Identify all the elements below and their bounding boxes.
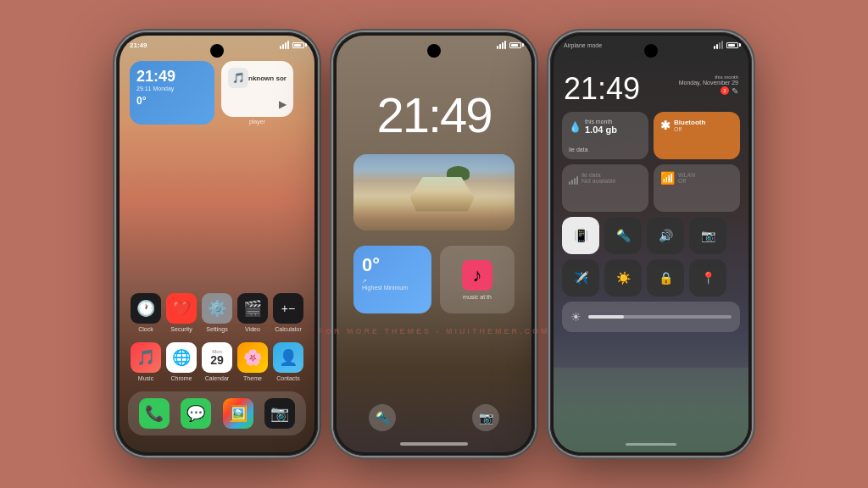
phone1-punchhole [210, 44, 224, 58]
cc-date: this month Monday, November 29 2 ✎ [679, 75, 738, 96]
cc-flashlight-tile[interactable]: 🔦 [604, 217, 642, 254]
phone1-app-row1: 🕐 Clock ❤️ Security ⚙️ Settings 🎬 [128, 293, 306, 332]
phone2-shell: 21:49 Mon, 29 November [333, 32, 535, 456]
dock-phone[interactable]: 📞 [139, 398, 170, 429]
phone2-signal-icon [497, 41, 506, 49]
app-calculator[interactable]: +− Calculator [273, 293, 303, 332]
cc-location-tile[interactable]: 📍 [689, 259, 726, 297]
cc-home-bar[interactable] [626, 443, 676, 446]
cc-wlan-tile[interactable]: 📶 WLAN Off [654, 164, 740, 212]
cc-brightness-row[interactable]: ☀ [562, 302, 740, 332]
lock-widgets-row: 0° ↗ Highest Minimum ♪ music at th [353, 246, 515, 313]
player-play-icon[interactable]: ▶ [279, 98, 287, 110]
app-video-label: Video [245, 326, 260, 332]
dock-photos[interactable]: 🖼️ [223, 398, 253, 429]
player-widget[interactable]: 🎵 nknown sor ▶ [221, 61, 293, 117]
phone2-battery-icon [509, 42, 521, 48]
app-chrome-label: Chrome [171, 375, 192, 381]
phone2-punchhole [427, 44, 441, 58]
phone3-screen: Airplane mode 21:49 [554, 36, 748, 452]
weather-widget[interactable]: 21:49 29.11 Monday 0° [130, 61, 214, 125]
app-contacts-label: Contacts [276, 375, 300, 381]
cc-data-label: ile data [569, 147, 588, 152]
app-clock-label: Clock [138, 326, 153, 332]
cc-data-tile[interactable]: 💧 this month 1.04 gb ile data [562, 112, 648, 159]
phone1-status-time: 21:49 [130, 42, 147, 49]
cc-row4: ✈️ ☀️ 🔒 📍 [562, 259, 740, 297]
phone3-shell: Airplane mode 21:49 [550, 32, 752, 456]
weather-date: 29.11 Monday [136, 86, 208, 92]
cc-signal-tile-icon [569, 171, 578, 185]
lock-weather-temp: 0° [362, 254, 423, 276]
signal-bars-icon [280, 41, 289, 49]
cc-airplane-tile[interactable]: ✈️ [562, 259, 599, 297]
phone3-status-icons [714, 41, 738, 49]
app-clock[interactable]: 🕐 Clock [131, 293, 161, 332]
lock-music-text: music at th [463, 294, 492, 300]
phone3-signal-icon [714, 41, 723, 49]
dock-messages[interactable]: 💬 [181, 398, 211, 429]
phone2-bg: 21:49 Mon, 29 November [337, 36, 531, 452]
lock-weather-widget[interactable]: 0° ↗ Highest Minimum [353, 246, 431, 313]
app-chrome[interactable]: 🌐 Chrome [166, 342, 197, 381]
watermark: FOR MORE THEMES - MIUITHEMER.COM [319, 327, 550, 336]
lock-flashlight-icon[interactable]: 🔦 [369, 404, 396, 431]
bluetooth-label: Bluetooth [674, 119, 705, 126]
lock-camera-icon[interactable]: 📷 [472, 404, 499, 431]
cc-row1: 💧 this month 1.04 gb ile data ✱ [562, 112, 740, 159]
phone3-airplane-label: Airplane mode [564, 42, 602, 48]
app-theme[interactable]: 🌸 Theme [237, 342, 268, 381]
bluetooth-sublabel: Off [674, 126, 705, 132]
cc-date-text: Monday, November 29 [679, 80, 738, 86]
phone1-apps-section: 🕐 Clock ❤️ Security ⚙️ Settings 🎬 [128, 293, 306, 435]
phone2-screen: 21:49 Mon, 29 November [337, 36, 531, 452]
cc-signal-tile[interactable]: ile data Not available [562, 164, 648, 212]
cc-vibrate-tile[interactable]: 📳 [562, 217, 599, 254]
cc-data-month-text: this month [585, 119, 617, 125]
cc-notification-badge: 2 [721, 86, 729, 95]
player-icon: 🎵 [228, 68, 248, 88]
lock-home-bar[interactable] [400, 442, 468, 446]
player-song: nknown sor [248, 75, 287, 82]
app-calendar[interactable]: Mon 29 Calendar [202, 342, 232, 381]
phone2-status-icons [497, 41, 521, 49]
cc-data-icon: 💧 [569, 121, 581, 133]
music-note-icon: ♪ [462, 260, 492, 291]
cc-autobrightness-tile[interactable]: ☀️ [604, 259, 642, 297]
phone3-battery-icon [726, 42, 738, 48]
cc-volume-tile[interactable]: 🔊 [647, 217, 684, 254]
lock-music-widget[interactable]: ♪ music at th [440, 246, 515, 313]
brightness-fill [588, 315, 624, 319]
phone3-punchhole [644, 44, 658, 58]
app-settings[interactable]: ⚙️ Settings [202, 293, 232, 332]
app-music-label: Music [138, 375, 153, 381]
landscape-tree [442, 166, 475, 189]
cc-signal-label: ile data [581, 172, 615, 178]
app-video[interactable]: 🎬 Video [237, 293, 268, 332]
cc-row2: ile data Not available 📶 WLAN Off [562, 164, 740, 212]
phone1-shell: 21:49 [116, 32, 318, 456]
cc-lock-tile[interactable]: 🔒 [647, 259, 684, 297]
app-contacts[interactable]: 👤 Contacts [273, 342, 303, 381]
app-security[interactable]: ❤️ Security [166, 293, 197, 332]
phone1-dock: 📞 💬 🖼️ 📷 [128, 391, 306, 435]
phone1-app-row2: 🎵 Music 🌐 Chrome Mon 29 Cale [128, 342, 306, 381]
landscape-img [353, 154, 515, 230]
cc-tiles: 💧 this month 1.04 gb ile data ✱ [562, 112, 740, 337]
app-calculator-label: Calculator [275, 326, 302, 332]
app-theme-label: Theme [243, 375, 262, 381]
tree-trunk [457, 180, 460, 189]
phone3-bg: Airplane mode 21:49 [554, 36, 748, 452]
cc-bluetooth-tile[interactable]: ✱ Bluetooth Off [654, 112, 740, 159]
cc-edit-icon[interactable]: ✎ [732, 86, 738, 96]
cc-camera-tile[interactable]: 📷 [689, 217, 726, 254]
weather-time: 21:49 [136, 68, 208, 86]
phone1-screen: 21:49 [120, 36, 314, 452]
app-music[interactable]: 🎵 Music [131, 342, 161, 381]
lock-landscape-widget: Mon, 29 November [353, 154, 515, 230]
brightness-icon: ☀ [570, 310, 581, 324]
phone1-widgets-row: 21:49 29.11 Monday 0° 🎵 nknown sor ▶ [130, 61, 304, 125]
dock-camera[interactable]: 📷 [264, 398, 295, 429]
phone1-bg: 21:49 [120, 36, 314, 452]
cc-row3: 📳 🔦 🔊 📷 [562, 217, 740, 254]
